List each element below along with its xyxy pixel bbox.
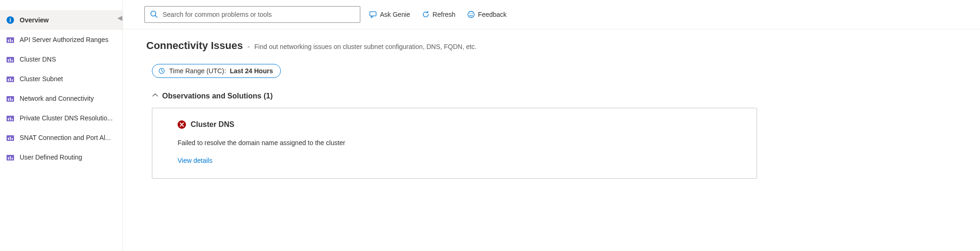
clock-icon xyxy=(158,67,165,75)
sidebar-item-label: Cluster Subnet xyxy=(20,75,63,83)
svg-point-33 xyxy=(472,13,472,14)
svg-rect-11 xyxy=(12,79,13,81)
sidebar-item-user-defined-routing[interactable]: User Defined Routing xyxy=(0,147,122,167)
observations-header[interactable]: Observations and Solutions (1) xyxy=(152,92,957,100)
chart-icon xyxy=(7,134,14,141)
sidebar-item-cluster-subnet[interactable]: Cluster Subnet xyxy=(0,69,122,89)
refresh-label: Refresh xyxy=(433,11,456,18)
view-details-link[interactable]: View details xyxy=(178,157,731,164)
ask-genie-label: Ask Genie xyxy=(380,11,410,18)
sidebar-item-label: User Defined Routing xyxy=(20,153,82,161)
ask-genie-button[interactable]: Ask Genie xyxy=(366,8,413,21)
svg-rect-18 xyxy=(10,117,11,120)
svg-rect-9 xyxy=(8,79,9,81)
svg-rect-3 xyxy=(12,40,13,42)
observations-title: Observations and Solutions (1) xyxy=(162,92,272,100)
search-icon xyxy=(150,10,158,20)
page-subtitle: Find out networking issues on cluster su… xyxy=(254,43,476,50)
toolbar: Ask Genie Refresh Feedback xyxy=(123,0,980,29)
svg-rect-27 xyxy=(12,158,13,160)
svg-rect-5 xyxy=(8,59,9,62)
svg-rect-26 xyxy=(10,156,11,160)
sidebar-item-label: API Server Authorized Ranges xyxy=(20,36,108,43)
svg-rect-17 xyxy=(8,118,9,120)
observation-card-description: Failed to resolve the domain name assign… xyxy=(178,139,731,146)
sidebar-item-overview[interactable]: i Overview xyxy=(0,10,122,30)
svg-point-32 xyxy=(469,13,470,14)
svg-line-29 xyxy=(155,15,157,17)
svg-rect-25 xyxy=(8,157,9,160)
observation-card: Cluster DNS Failed to resolve the domain… xyxy=(152,108,757,179)
svg-rect-21 xyxy=(8,138,9,140)
time-range-value: Last 24 Hours xyxy=(230,67,273,75)
chart-icon xyxy=(7,95,14,102)
chart-icon xyxy=(7,153,14,161)
svg-rect-6 xyxy=(10,58,11,62)
page-title: Connectivity Issues xyxy=(146,40,243,52)
sidebar-item-snat-connection[interactable]: SNAT Connection and Port Al... xyxy=(0,128,122,147)
page-header: Connectivity Issues - Find out networkin… xyxy=(146,40,957,52)
sidebar-item-label: Cluster DNS xyxy=(20,56,56,63)
sidebar-item-private-cluster-dns[interactable]: Private Cluster DNS Resolutio... xyxy=(0,108,122,128)
sidebar-item-label: Private Cluster DNS Resolutio... xyxy=(20,114,113,122)
chart-icon xyxy=(7,114,14,122)
page-title-separator: - xyxy=(248,43,250,50)
svg-rect-19 xyxy=(12,119,13,120)
sidebar-item-label: Network and Connectivity xyxy=(20,95,94,102)
search-input[interactable] xyxy=(162,10,355,19)
chart-icon xyxy=(7,36,14,43)
svg-rect-30 xyxy=(370,12,376,16)
feedback-button[interactable]: Feedback xyxy=(464,8,509,21)
svg-rect-10 xyxy=(10,78,11,81)
sidebar-item-api-server-authorized-ranges[interactable]: API Server Authorized Ranges xyxy=(0,30,122,49)
sidebar-item-cluster-dns[interactable]: Cluster DNS xyxy=(0,49,122,69)
sidebar-item-label: SNAT Connection and Port Al... xyxy=(20,134,111,141)
chart-icon xyxy=(7,56,14,63)
sidebar-item-network-connectivity[interactable]: Network and Connectivity xyxy=(0,89,122,108)
svg-rect-7 xyxy=(12,60,13,62)
sidebar: ◀ i Overview API Server Authorized Range… xyxy=(0,0,123,251)
svg-rect-23 xyxy=(12,138,13,140)
error-icon xyxy=(178,120,186,129)
refresh-button[interactable]: Refresh xyxy=(419,8,458,21)
chart-icon xyxy=(7,75,14,83)
info-icon: i xyxy=(7,16,14,24)
svg-rect-14 xyxy=(10,98,11,101)
feedback-label: Feedback xyxy=(478,11,507,18)
svg-rect-22 xyxy=(10,137,11,140)
svg-rect-2 xyxy=(10,39,11,42)
observation-card-title: Cluster DNS xyxy=(191,120,234,129)
sidebar-item-label: Overview xyxy=(20,16,49,24)
search-input-wrapper[interactable] xyxy=(144,6,360,23)
time-range-prefix: Time Range (UTC): xyxy=(169,67,226,75)
svg-rect-1 xyxy=(8,40,9,42)
time-range-filter[interactable]: Time Range (UTC): Last 24 Hours xyxy=(152,64,281,78)
smiley-icon xyxy=(467,10,475,19)
svg-rect-15 xyxy=(12,99,13,101)
refresh-icon xyxy=(422,10,430,19)
svg-rect-13 xyxy=(8,98,9,101)
sidebar-collapse-icon[interactable]: ◀ xyxy=(117,14,122,21)
chat-icon xyxy=(369,10,377,19)
svg-point-31 xyxy=(468,11,474,18)
chevron-up-icon xyxy=(152,92,158,100)
